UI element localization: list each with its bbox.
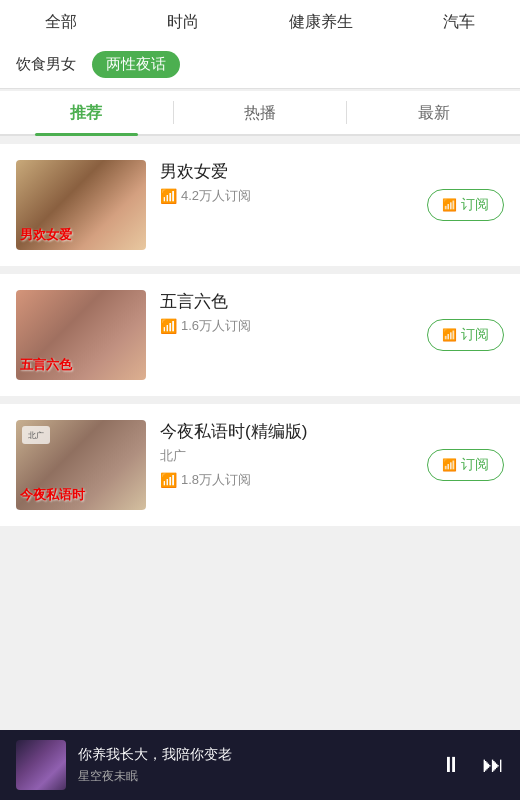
player-title: 你养我长大，我陪你变老 [78, 746, 428, 764]
top-navigation: 全部 时尚 健康养生 汽车 饮食男女 两性夜话 [0, 0, 520, 89]
card-3-sub-count: 1.8万人订阅 [181, 471, 251, 489]
pause-button[interactable]: ⏸ [440, 752, 462, 778]
subscribe-rss-icon-1: 📶 [442, 198, 457, 212]
rss-icon-3: 📶 [160, 472, 177, 488]
nav-all[interactable]: 全部 [45, 12, 77, 33]
card-1-thumb-label: 男欢女爱 [20, 226, 72, 244]
card-3-thumb-label: 今夜私语时 [20, 486, 85, 504]
card-2-sub-count: 1.6万人订阅 [181, 317, 251, 335]
player-bar: 你养我长大，我陪你变老 星空夜未眠 ⏸ ⏭ [0, 730, 520, 800]
subscribe-btn-2[interactable]: 📶 订阅 [427, 319, 504, 351]
card-3-thumbnail[interactable]: 北广 今夜私语时 [16, 420, 146, 510]
nav-both-night[interactable]: 两性夜话 [92, 51, 180, 78]
subscribe-btn-3[interactable]: 📶 订阅 [427, 449, 504, 481]
content-list: 男欢女爱 男欢女爱 📶 4.2万人订阅 📶 订阅 五言六色 五言六色 📶 1.6… [0, 136, 520, 726]
subscribe-label-3: 订阅 [461, 456, 489, 474]
card-2-title: 五言六色 [160, 290, 504, 313]
player-thumbnail[interactable] [16, 740, 66, 790]
card-2-thumb-label: 五言六色 [20, 356, 72, 374]
next-button[interactable]: ⏭ [482, 752, 504, 778]
nav-fashion[interactable]: 时尚 [167, 12, 199, 33]
rss-icon-2: 📶 [160, 318, 177, 334]
sub-navigation: 推荐 热播 最新 [0, 91, 520, 136]
tab-latest[interactable]: 最新 [347, 91, 520, 134]
card-1-thumbnail[interactable]: 男欢女爱 [16, 160, 146, 250]
subscribe-rss-icon-3: 📶 [442, 458, 457, 472]
card-3-title: 今夜私语时(精编版) [160, 420, 504, 443]
player-subtitle: 星空夜未眠 [78, 768, 428, 785]
subscribe-label-1: 订阅 [461, 196, 489, 214]
subscribe-rss-icon-2: 📶 [442, 328, 457, 342]
card-3: 北广 今夜私语时 今夜私语时(精编版) 北广 📶 1.8万人订阅 📶 订阅 [0, 404, 520, 526]
player-thumb-art [16, 740, 66, 790]
card-3-small-icon: 北广 [22, 426, 50, 444]
tab-recommend[interactable]: 推荐 [0, 91, 173, 134]
card-1-title: 男欢女爱 [160, 160, 504, 183]
nav-car[interactable]: 汽车 [443, 12, 475, 33]
player-text: 你养我长大，我陪你变老 星空夜未眠 [78, 746, 428, 785]
rss-icon-1: 📶 [160, 188, 177, 204]
card-2-thumbnail[interactable]: 五言六色 [16, 290, 146, 380]
subscribe-btn-1[interactable]: 📶 订阅 [427, 189, 504, 221]
player-controls: ⏸ ⏭ [440, 752, 504, 778]
tab-hot[interactable]: 热播 [174, 91, 347, 134]
nav-diet-men-women[interactable]: 饮食男女 [16, 55, 76, 74]
top-nav-row2: 饮食男女 两性夜话 [0, 43, 520, 88]
card-1: 男欢女爱 男欢女爱 📶 4.2万人订阅 📶 订阅 [0, 144, 520, 266]
top-nav-row1: 全部 时尚 健康养生 汽车 [0, 12, 520, 43]
nav-health[interactable]: 健康养生 [289, 12, 353, 33]
card-2: 五言六色 五言六色 📶 1.6万人订阅 📶 订阅 [0, 274, 520, 396]
card-1-sub-count: 4.2万人订阅 [181, 187, 251, 205]
subscribe-label-2: 订阅 [461, 326, 489, 344]
